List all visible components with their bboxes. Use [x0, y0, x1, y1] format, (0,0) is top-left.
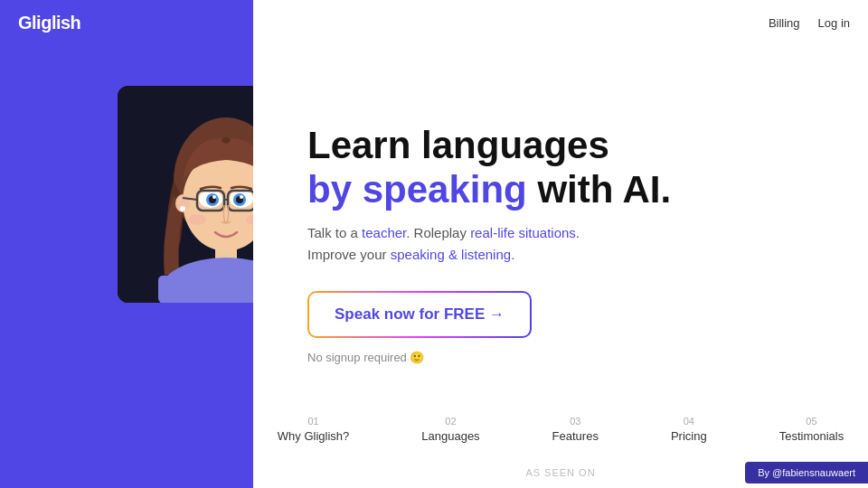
billing-link[interactable]: Billing [769, 16, 800, 30]
svg-point-8 [180, 206, 185, 211]
header-nav: Billing Log in [769, 16, 850, 30]
speak-now-button[interactable]: Speak now for FREE → [307, 291, 532, 338]
nav-item-languages[interactable]: 02 Languages [421, 416, 479, 443]
as-seen-on-label: AS SEEN ON [525, 467, 595, 478]
sub-text: Talk to a teacher. Roleplay real-life si… [307, 222, 615, 266]
creator-badge[interactable]: By @fabiensnauwaert [745, 462, 868, 483]
logo[interactable]: Gliglish [18, 13, 80, 33]
nav-item-testimonials[interactable]: 05 Testimonials [779, 416, 844, 443]
login-link[interactable]: Log in [818, 16, 850, 30]
nav-item-why[interactable]: 01 Why Gliglish? [278, 416, 349, 443]
main-heading: Learn languages by speaking with AI. [307, 124, 814, 211]
nav-item-features[interactable]: 03 Features [552, 416, 599, 443]
bottom-nav: 01 Why Gliglish? 02 Languages 03 Feature… [253, 416, 868, 443]
svg-point-23 [188, 214, 206, 225]
left-bottom-area [0, 456, 253, 488]
right-content: Learn languages by speaking with AI. Tal… [253, 0, 868, 488]
nav-item-pricing[interactable]: 04 Pricing [671, 416, 707, 443]
svg-point-13 [212, 195, 216, 199]
svg-point-17 [240, 195, 243, 199]
header: Gliglish Billing Log in [0, 0, 868, 45]
no-signup-text: No signup required 🙂 [307, 351, 814, 364]
